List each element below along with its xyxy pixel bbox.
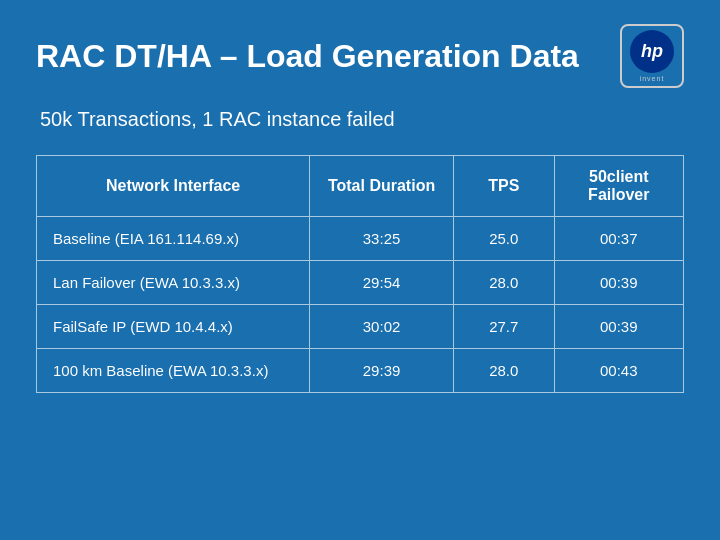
- cell-tps-2: 27.7: [453, 305, 554, 349]
- table-row: 100 km Baseline (EWA 10.3.3.x)29:3928.00…: [37, 349, 684, 393]
- data-table-wrapper: Network Interface Total Duration TPS 50c…: [36, 155, 684, 393]
- hp-logo-subtext: invent: [640, 75, 665, 82]
- hp-logo-circle: hp: [630, 30, 674, 73]
- cell-tps-0: 25.0: [453, 217, 554, 261]
- table-header-row: Network Interface Total Duration TPS 50c…: [37, 156, 684, 217]
- hp-logo-text: hp: [641, 41, 663, 62]
- col-header-tps: TPS: [453, 156, 554, 217]
- table-row: FailSafe IP (EWD 10.4.4.x)30:0227.700:39: [37, 305, 684, 349]
- table-row: Lan Failover (EWA 10.3.3.x)29:5428.000:3…: [37, 261, 684, 305]
- cell-tps-1: 28.0: [453, 261, 554, 305]
- col-header-failover: 50client Failover: [554, 156, 683, 217]
- cell-duration-0: 33:25: [310, 217, 454, 261]
- cell-failover-0: 00:37: [554, 217, 683, 261]
- cell-failover-2: 00:39: [554, 305, 683, 349]
- table-body: Baseline (EIA 161.114.69.x)33:2525.000:3…: [37, 217, 684, 393]
- data-table: Network Interface Total Duration TPS 50c…: [36, 155, 684, 393]
- page: RAC DT/HA – Load Generation Data hp inve…: [0, 0, 720, 540]
- cell-network-2: FailSafe IP (EWD 10.4.4.x): [37, 305, 310, 349]
- cell-network-0: Baseline (EIA 161.114.69.x): [37, 217, 310, 261]
- hp-logo: hp invent: [620, 24, 684, 88]
- cell-network-1: Lan Failover (EWA 10.3.3.x): [37, 261, 310, 305]
- table-row: Baseline (EIA 161.114.69.x)33:2525.000:3…: [37, 217, 684, 261]
- cell-tps-3: 28.0: [453, 349, 554, 393]
- header: RAC DT/HA – Load Generation Data hp inve…: [36, 24, 684, 88]
- cell-failover-1: 00:39: [554, 261, 683, 305]
- cell-duration-3: 29:39: [310, 349, 454, 393]
- page-title: RAC DT/HA – Load Generation Data: [36, 38, 579, 75]
- col-header-duration: Total Duration: [310, 156, 454, 217]
- cell-duration-2: 30:02: [310, 305, 454, 349]
- cell-network-3: 100 km Baseline (EWA 10.3.3.x): [37, 349, 310, 393]
- cell-duration-1: 29:54: [310, 261, 454, 305]
- subtitle: 50k Transactions, 1 RAC instance failed: [40, 108, 684, 131]
- col-header-network: Network Interface: [37, 156, 310, 217]
- cell-failover-3: 00:43: [554, 349, 683, 393]
